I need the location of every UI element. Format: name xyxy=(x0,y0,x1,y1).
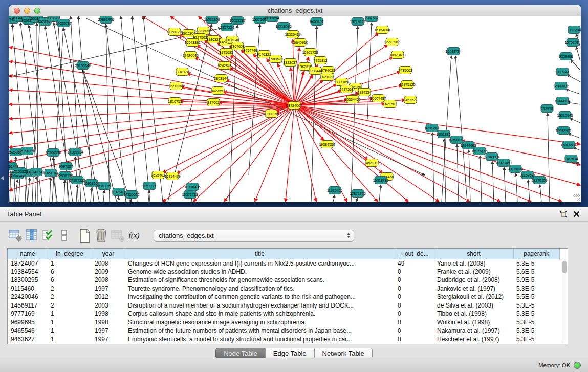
graph-edge[interactable] xyxy=(516,173,517,202)
table-row[interactable]: 946362711997Embryonic stem cells: a mode… xyxy=(8,335,559,344)
graph-node[interactable]: 18973459 xyxy=(495,159,511,167)
graph-node[interactable]: 12342747 xyxy=(28,168,44,176)
graph-node[interactable]: 5824554 xyxy=(357,89,371,96)
graph-node[interactable]: 215958 xyxy=(541,105,553,113)
graph-node[interactable]: 15692971 xyxy=(555,127,571,135)
graph-node[interactable]: 1588520 xyxy=(269,55,282,63)
graph-edge[interactable] xyxy=(540,185,541,202)
graph-edge[interactable] xyxy=(567,102,580,104)
graph-edge[interactable] xyxy=(571,60,580,70)
graph-edge[interactable] xyxy=(9,105,294,133)
graph-edge[interactable] xyxy=(9,105,294,190)
table-row[interactable]: 911546021997Tourette syndrome. Phenomeno… xyxy=(8,285,559,293)
graph-node[interactable]: 16914479 xyxy=(164,172,180,180)
graph-node[interactable]: 16033809 xyxy=(204,16,220,24)
table-scrollbar[interactable] xyxy=(561,259,567,343)
graph-node[interactable]: 16210645 xyxy=(557,112,573,119)
column-header-year[interactable]: year xyxy=(92,249,125,259)
graph-node[interactable]: 9463627 xyxy=(403,96,417,104)
graph-node[interactable]: 3175685 xyxy=(219,49,233,56)
graph-node[interactable]: 8813054 xyxy=(265,16,279,22)
graph-edge[interactable] xyxy=(576,47,580,61)
graph-node[interactable]: 18724007 xyxy=(286,102,302,110)
column-header-name[interactable]: name xyxy=(8,249,48,259)
graph-edge[interactable] xyxy=(19,176,20,202)
graph-edge[interactable] xyxy=(379,185,381,202)
graph-node[interactable]: 9857771 xyxy=(142,182,156,190)
graph-node[interactable]: 17359914 xyxy=(67,148,83,156)
graph-node[interactable]: 20891406 xyxy=(98,16,114,24)
zoom-window-button[interactable] xyxy=(34,8,40,14)
graph-node[interactable]: 1810755 xyxy=(168,98,182,105)
column-header-pagerank[interactable]: pagerank xyxy=(513,249,559,259)
graph-node[interactable]: 12213399 xyxy=(168,82,184,90)
graph-node[interactable]: 8454749 xyxy=(243,47,257,54)
graph-node[interactable]: 1621022 xyxy=(320,73,334,81)
graph-node[interactable]: 2987682 xyxy=(364,16,378,22)
graph-node[interactable]: 7485063 xyxy=(398,67,412,74)
graph-node[interactable]: 6497568 xyxy=(339,85,353,93)
graph-edge[interactable] xyxy=(286,105,294,202)
graph-node[interactable]: 1117204 xyxy=(568,26,581,34)
graph-node[interactable]: 10973493 xyxy=(389,51,405,59)
graph-edge[interactable] xyxy=(9,104,294,105)
graph-edge[interactable] xyxy=(356,198,358,202)
graph-node[interactable]: 62160 xyxy=(384,100,396,108)
graph-node[interactable]: 18325419 xyxy=(285,31,300,38)
graph-edge[interactable] xyxy=(15,180,17,202)
float-panel-button[interactable] xyxy=(558,210,568,219)
table-row[interactable]: 1872400712008Changes of HCN gene express… xyxy=(8,259,559,268)
graph-node[interactable]: 9242848 xyxy=(217,62,231,70)
show-columns-button[interactable] xyxy=(24,228,40,243)
graph-node[interactable]: 8427552 xyxy=(211,87,225,95)
graph-edge[interactable] xyxy=(570,118,580,123)
graph-node[interactable]: 12213967 xyxy=(384,38,400,46)
graph-edge[interactable] xyxy=(568,134,580,138)
graph-node[interactable]: 2803144 xyxy=(214,75,228,82)
graph-node[interactable]: 20206536 xyxy=(45,149,61,157)
graph-edge[interactable] xyxy=(118,196,119,202)
graph-node[interactable]: 15298376 xyxy=(19,147,35,155)
graph-node[interactable]: 8860123 xyxy=(167,28,181,36)
graph-edge[interactable] xyxy=(294,105,500,202)
graph-node[interactable]: 9361835 xyxy=(437,130,450,138)
graph-edge[interactable] xyxy=(504,167,506,202)
graph-edge[interactable] xyxy=(457,144,459,202)
table-settings-button[interactable] xyxy=(7,228,24,243)
column-header-out_de[interactable]: △out_de... xyxy=(395,249,434,259)
table-row[interactable]: 1456911722003Disruption of a novel membe… xyxy=(8,301,559,310)
graph-node[interactable]: 16648784 xyxy=(445,48,461,55)
new-table-button[interactable] xyxy=(77,228,93,243)
graph-edge[interactable] xyxy=(294,105,580,185)
graph-edge[interactable] xyxy=(78,16,94,202)
graph-node[interactable]: 11920465 xyxy=(327,187,343,194)
scrollbar-thumb[interactable] xyxy=(562,261,567,273)
graph-node[interactable]: 7625402 xyxy=(151,171,165,179)
graph-edge[interactable] xyxy=(28,178,30,202)
graph-node[interactable]: 15751074 xyxy=(564,39,580,47)
graph-node[interactable]: 22370159 xyxy=(531,177,547,184)
graph-node[interactable]: 12871325 xyxy=(350,190,365,198)
graph-node[interactable]: 10371713 xyxy=(182,191,198,199)
graph-node[interactable]: 15318485 xyxy=(373,177,388,184)
graph-node[interactable]: 817003 xyxy=(207,99,220,106)
column-header-in_degree[interactable]: in_degree xyxy=(48,249,92,259)
graph-node[interactable]: 17349984 xyxy=(484,153,499,161)
function-builder-button[interactable]: f(x) xyxy=(126,228,142,243)
network-window-titlebar[interactable]: citations_edges.txt xyxy=(9,5,581,16)
graph-node[interactable]: 20015034 xyxy=(507,165,523,173)
graph-node[interactable]: 16543382 xyxy=(184,39,200,47)
graph-node[interactable]: 9466162 xyxy=(310,18,323,26)
graph-edge[interactable] xyxy=(333,195,335,202)
graph-node[interactable]: 7955812 xyxy=(313,57,327,64)
select-all-button[interactable] xyxy=(40,228,56,243)
graph-node[interactable]: 12975125 xyxy=(399,81,415,89)
graph-node[interactable]: 17957223 xyxy=(69,177,85,184)
graph-node[interactable]: 9777169 xyxy=(334,78,348,86)
graph-edge[interactable] xyxy=(469,150,470,202)
graph-node[interactable]: 10719122 xyxy=(350,18,365,26)
graph-edge[interactable] xyxy=(492,161,494,202)
graph-edge[interactable] xyxy=(442,56,451,202)
network-canvas[interactable]: 1872400788601238912955222260589127503818… xyxy=(9,16,581,202)
graph-node[interactable]: 10607487 xyxy=(370,95,386,102)
